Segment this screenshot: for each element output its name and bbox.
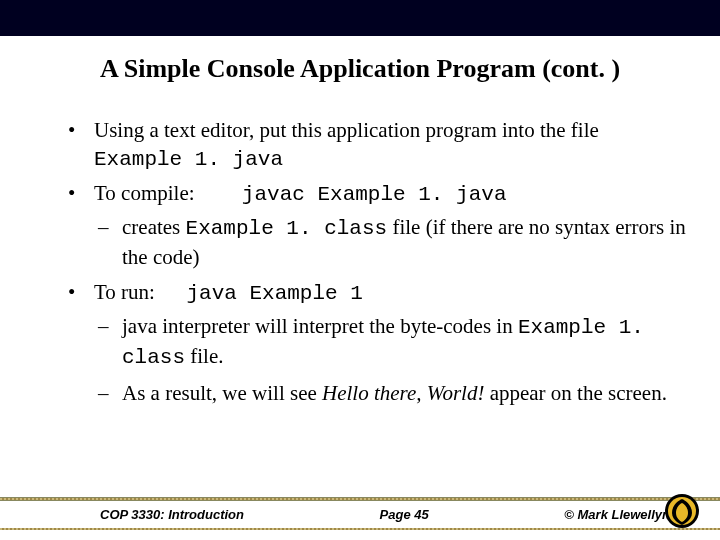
footer: COP 3330: Introduction Page 45 © Mark Ll…	[0, 497, 720, 530]
sub-bullet-item: java interpreter will interpret the byte…	[94, 312, 690, 373]
course-label: COP 3330: Introduction	[100, 507, 244, 522]
sub-bullet-list: java interpreter will interpret the byte…	[94, 312, 690, 407]
text: creates	[122, 215, 186, 239]
page-title: A Simple Console Application Program (co…	[0, 36, 720, 96]
divider	[0, 528, 720, 530]
code-text: javac Example 1. java	[242, 183, 507, 206]
code-text: Example 1. class	[186, 217, 388, 240]
text: To compile:	[94, 181, 195, 205]
code-text: java Example 1	[186, 282, 362, 305]
bullet-item: To run: java Example 1 java interpreter …	[50, 278, 690, 407]
top-bar	[0, 0, 720, 36]
text: java interpreter will interpret the byte…	[122, 314, 518, 338]
text: appear on the screen.	[484, 381, 667, 405]
code-text: Example 1. java	[94, 148, 283, 171]
slide-content: Using a text editor, put this applicatio…	[0, 96, 720, 407]
text: As a result, we will see	[122, 381, 322, 405]
page-number: Page 45	[380, 507, 429, 522]
text: To run:	[94, 280, 155, 304]
sub-bullet-item: As a result, we will see Hello there, Wo…	[94, 379, 690, 407]
bullet-list: Using a text editor, put this applicatio…	[50, 116, 690, 407]
bullet-item: To compile: javac Example 1. java create…	[50, 179, 690, 272]
text: Using a text editor, put this applicatio…	[94, 118, 599, 142]
footer-content: COP 3330: Introduction Page 45 © Mark Ll…	[0, 501, 720, 528]
emphasis-text: Hello there, World!	[322, 381, 484, 405]
sub-bullet-item: creates Example 1. class file (if there …	[94, 213, 690, 272]
sub-bullet-list: creates Example 1. class file (if there …	[94, 213, 690, 272]
text: file.	[185, 344, 223, 368]
bullet-item: Using a text editor, put this applicatio…	[50, 116, 690, 175]
ucf-logo-icon	[664, 493, 700, 529]
copyright: © Mark Llewellyn	[564, 507, 670, 522]
